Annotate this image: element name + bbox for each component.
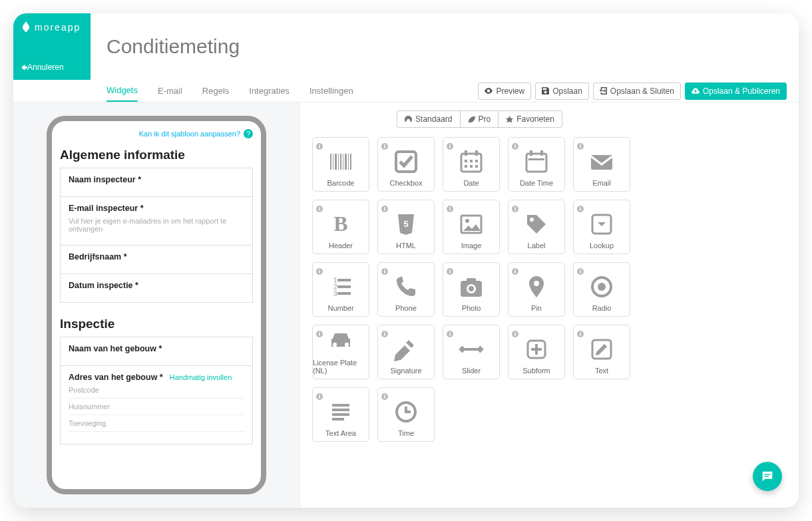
info-icon[interactable] <box>316 265 323 272</box>
widget-signature[interactable]: Signature <box>377 325 435 379</box>
address-subfield[interactable]: Postcode <box>69 382 244 399</box>
chat-button[interactable] <box>753 462 782 491</box>
widget-subform[interactable]: Subform <box>508 325 565 379</box>
info-icon[interactable] <box>512 203 518 210</box>
viewtab-standard[interactable]: Standaard <box>397 110 460 128</box>
viewtab-pro[interactable]: Pro <box>460 110 499 128</box>
widget-phone[interactable]: Phone <box>377 262 435 317</box>
widget-label: Signature <box>390 367 421 375</box>
brand-logo: moreapp <box>21 21 83 33</box>
tab-email[interactable]: E-mail <box>158 81 182 101</box>
form-field-address[interactable]: Adres van het gebouw * Handmatig invulle… <box>60 365 253 444</box>
info-icon[interactable] <box>316 203 323 210</box>
date-time-icon <box>522 147 551 176</box>
info-icon[interactable] <box>447 203 453 210</box>
html-icon <box>391 210 421 239</box>
phone-icon <box>391 272 421 301</box>
widget-photo[interactable]: Photo <box>443 262 500 317</box>
widget-date[interactable]: Date <box>443 137 500 192</box>
widget-label: Date <box>463 179 479 187</box>
info-icon[interactable] <box>447 140 453 147</box>
info-icon[interactable] <box>512 328 518 335</box>
address-subfield[interactable]: Huisnummer <box>69 399 244 415</box>
info-icon[interactable] <box>316 391 323 397</box>
widget-pin[interactable]: Pin <box>508 262 565 317</box>
widget-label: Date Time <box>520 179 553 187</box>
form-field[interactable]: E-mail inspecteur *Vul hier je eigen e-m… <box>60 196 253 246</box>
widget-label[interactable]: Label <box>508 200 565 254</box>
info-icon[interactable] <box>316 140 323 147</box>
photo-icon <box>457 272 486 301</box>
eye-icon <box>485 88 493 94</box>
info-icon[interactable] <box>316 328 323 335</box>
dashboard-icon <box>405 116 412 123</box>
widget-label: Email <box>592 179 611 187</box>
tab-settings[interactable]: Instellingen <box>309 81 353 101</box>
widget-image[interactable]: Image <box>443 200 500 254</box>
widget-slider[interactable]: Slider <box>443 325 500 379</box>
widget-label: Photo <box>462 304 481 312</box>
template-help-link[interactable]: Kan ik dit sjabloon aanpassen? ? <box>60 129 253 138</box>
widget-label: Pin <box>531 304 542 312</box>
svg-rect-1 <box>764 476 768 476</box>
form-field[interactable]: Naam inspecteur * <box>60 168 253 197</box>
info-icon[interactable] <box>381 265 388 272</box>
save-button[interactable]: Opslaan <box>535 83 589 100</box>
widget-text[interactable]: Text <box>573 325 630 379</box>
info-icon[interactable] <box>447 328 453 335</box>
info-icon[interactable] <box>381 328 388 335</box>
form-field[interactable]: Datum inspectie * <box>60 273 253 303</box>
tab-rules[interactable]: Regels <box>202 81 229 101</box>
number-icon <box>326 272 355 301</box>
widget-number[interactable]: Number <box>312 262 369 317</box>
info-icon[interactable] <box>381 140 388 147</box>
brand-text: moreapp <box>35 22 81 33</box>
date-icon <box>457 147 486 176</box>
widget-license-plate-nl-[interactable]: License Plate (NL) <box>312 325 369 379</box>
widget-label: Phone <box>395 304 417 312</box>
widget-text-area[interactable]: Text Area <box>312 387 369 442</box>
right-panel <box>659 102 799 508</box>
widget-header[interactable]: Header <box>312 200 369 254</box>
license-plate-nl--icon <box>326 327 355 356</box>
section-heading: Algemene informatie <box>60 148 253 162</box>
save-icon <box>542 87 549 94</box>
text-area-icon <box>326 397 355 427</box>
form-field[interactable]: Naam van het gebouw * <box>60 337 253 366</box>
header-icon <box>326 210 355 239</box>
info-icon[interactable] <box>381 203 388 210</box>
widget-date-time[interactable]: Date Time <box>508 137 565 192</box>
tab-integrations[interactable]: Integraties <box>249 81 290 101</box>
info-icon[interactable] <box>577 140 584 147</box>
info-icon[interactable] <box>577 265 584 272</box>
widget-html[interactable]: HTML <box>377 200 435 254</box>
info-icon[interactable] <box>577 203 584 210</box>
info-icon[interactable] <box>381 391 388 397</box>
info-icon[interactable] <box>512 140 518 147</box>
save-close-button[interactable]: Opslaan & Sluiten <box>593 83 681 100</box>
info-icon[interactable] <box>512 265 518 272</box>
manual-fill-link[interactable]: Handmatig invullen <box>170 373 232 381</box>
viewtab-favorites[interactable]: Favorieten <box>498 110 562 128</box>
widget-email[interactable]: Email <box>573 137 630 192</box>
leaf-icon <box>468 116 475 123</box>
address-subfield[interactable]: Toevoeging <box>69 415 244 432</box>
chat-icon <box>760 469 775 484</box>
cancel-button[interactable]: Annuleren <box>21 63 83 72</box>
page-title: Conditiemeting <box>106 35 240 58</box>
save-publish-button[interactable]: Opslaan & Publiceren <box>685 83 787 100</box>
widget-lookup[interactable]: Lookup <box>573 200 630 254</box>
subform-icon <box>522 335 551 364</box>
preview-button[interactable]: Preview <box>478 83 531 100</box>
widget-label: Radio <box>592 304 612 312</box>
widget-time[interactable]: Time <box>377 387 435 442</box>
form-field[interactable]: Bedrijfsnaam * <box>60 245 253 274</box>
widget-checkbox[interactable]: Checkbox <box>377 137 435 192</box>
svg-rect-0 <box>764 474 770 474</box>
email-icon <box>587 147 616 176</box>
info-icon[interactable] <box>577 328 584 335</box>
widget-radio[interactable]: Radio <box>573 262 630 317</box>
info-icon[interactable] <box>447 265 453 272</box>
widget-barcode[interactable]: Barcode <box>312 137 369 192</box>
tab-widgets[interactable]: Widgets <box>106 80 138 102</box>
